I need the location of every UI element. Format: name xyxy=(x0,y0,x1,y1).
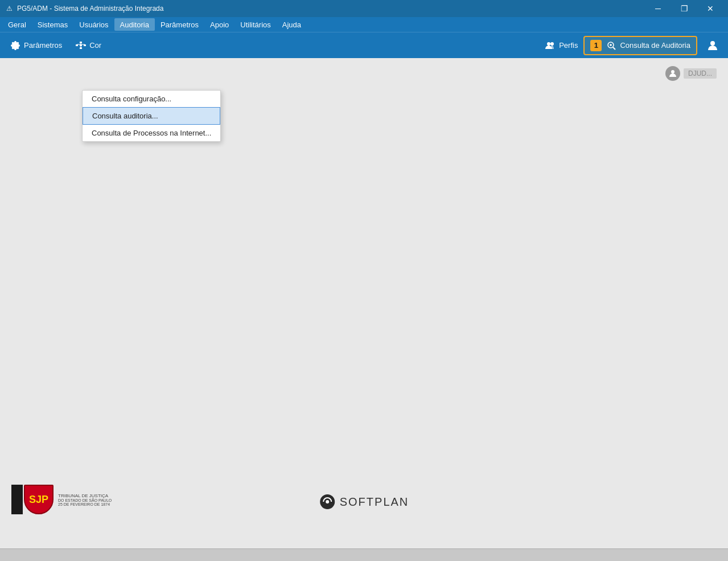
app-title: PG5/ADM - Sistema de Administração Integ… xyxy=(17,5,163,13)
tjsp-letters: SJP xyxy=(29,494,48,506)
toolbar-cor-button[interactable]: Cor xyxy=(70,36,107,55)
settings-icon xyxy=(10,40,20,51)
toolbar-parametros-label: Parâmetros xyxy=(24,41,62,50)
toolbar-parametros-button[interactable]: Parâmetros xyxy=(5,36,68,55)
title-bar-controls: ─ ❐ ✕ xyxy=(645,0,723,17)
tjsp-text-block: TRIBUNAL DE JUSTIÇA DO ESTADO DE SÃO PAU… xyxy=(58,493,112,506)
username-display: DJUD... xyxy=(684,68,717,79)
svg-point-15 xyxy=(710,41,715,46)
tjsp-date: 25 DE FEVEREIRO DE 1874 xyxy=(58,502,112,506)
tjsp-state: DO ESTADO DE SÃO PAULO xyxy=(58,498,112,502)
svg-line-12 xyxy=(613,47,615,50)
audit-icon xyxy=(606,40,616,51)
menu-apoio[interactable]: Apoio xyxy=(204,18,235,31)
user-avatar-icon xyxy=(665,66,680,81)
dropdown-menu: Consulta configuração... Consulta audito… xyxy=(82,90,221,142)
menu-sistemas[interactable]: Sistemas xyxy=(32,18,73,31)
app-icon: ⚠ xyxy=(5,4,14,13)
app-window: ⚠ PG5/ADM - Sistema de Administração Int… xyxy=(0,0,728,561)
title-bar-left: ⚠ PG5/ADM - Sistema de Administração Int… xyxy=(5,4,163,13)
svg-rect-0 xyxy=(80,42,82,43)
user-profile-button[interactable] xyxy=(702,37,723,54)
status-bar xyxy=(0,548,728,561)
svg-point-18 xyxy=(326,500,329,503)
tjsp-shield: SJP xyxy=(24,485,54,514)
tjsp-logo-area: SJP TRIBUNAL DE JUSTIÇA DO ESTADO DE SÃO… xyxy=(11,485,112,514)
menu-bar: Geral Sistemas Usuários Auditoria Parâme… xyxy=(0,17,728,32)
restore-button[interactable]: ❐ xyxy=(671,0,697,17)
svg-point-16 xyxy=(671,70,674,73)
svg-point-10 xyxy=(550,42,554,46)
svg-point-9 xyxy=(547,42,550,46)
softplan-logo: SOFTPLAN xyxy=(319,494,409,510)
tjsp-full-name: TRIBUNAL DE JUSTIÇA xyxy=(58,493,112,498)
toolbar-perfis-label: Perfis xyxy=(559,41,578,50)
title-bar: ⚠ PG5/ADM - Sistema de Administração Int… xyxy=(0,0,728,17)
toolbar-perfis-button[interactable]: Perfis xyxy=(540,36,583,55)
dropdown-consulta-config[interactable]: Consulta configuração... xyxy=(83,91,220,107)
step-badge: 1 xyxy=(590,40,602,51)
toolbar-right: Perfis 1 Consulta de Auditoria xyxy=(540,36,723,55)
menu-usuarios[interactable]: Usuários xyxy=(73,18,114,31)
network-icon xyxy=(76,40,86,51)
menu-auditoria[interactable]: Auditoria xyxy=(114,18,155,31)
toolbar-consulta-auditoria-button[interactable]: 1 Consulta de Auditoria xyxy=(583,36,697,55)
content-area: DJUD... Consulta configuração... Consult… xyxy=(0,58,728,561)
minimize-button[interactable]: ─ xyxy=(645,0,671,17)
close-button[interactable]: ✕ xyxy=(697,0,723,17)
menu-parametros[interactable]: Parâmetros xyxy=(155,18,204,31)
dropdown-consulta-processos[interactable]: Consulta de Processos na Internet... xyxy=(83,125,220,141)
softplan-icon xyxy=(319,494,335,510)
flag-stripes xyxy=(11,485,23,514)
menu-geral[interactable]: Geral xyxy=(2,18,32,31)
dropdown-consulta-auditoria[interactable]: Consulta auditoria... xyxy=(83,107,220,125)
svg-rect-4 xyxy=(80,47,82,49)
softplan-text: SOFTPLAN xyxy=(340,496,409,509)
menu-utilitarios[interactable]: Utilitários xyxy=(235,18,276,31)
people-icon xyxy=(545,40,556,51)
toolbar: Parâmetros Cor xyxy=(0,32,728,58)
toolbar-consulta-auditoria-label: Consulta de Auditoria xyxy=(620,41,690,50)
toolbar-cor-label: Cor xyxy=(89,41,101,50)
menu-ajuda[interactable]: Ajuda xyxy=(277,18,307,31)
tjsp-badge: SJP TRIBUNAL DE JUSTIÇA DO ESTADO DE SÃO… xyxy=(11,485,112,514)
user-avatar-area: DJUD... xyxy=(665,66,717,81)
